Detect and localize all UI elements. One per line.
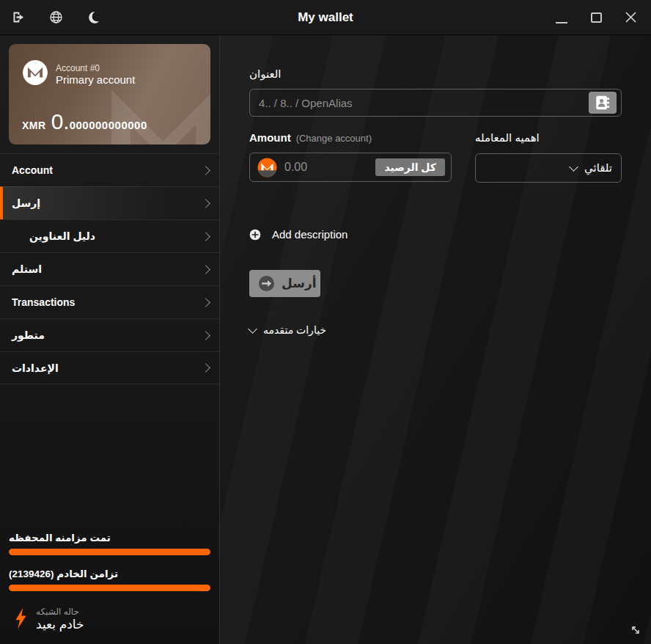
sidebar-item-settings[interactable]: الإعدادات — [0, 351, 219, 384]
address-book-button[interactable] — [589, 92, 617, 114]
sidebar-item-transactions[interactable]: Transactions — [0, 285, 219, 318]
priority-dropdown[interactable]: تلقائي — [475, 153, 622, 183]
balance-currency: XMR — [22, 120, 46, 131]
lightning-icon — [15, 607, 27, 632]
chevron-down-icon — [248, 324, 257, 334]
address-input[interactable] — [259, 97, 589, 109]
sidebar-item-advanced[interactable]: متطور — [0, 318, 219, 351]
account-balance: XMR 0. 000000000000 — [22, 109, 147, 134]
chevron-right-icon — [201, 232, 210, 241]
chevron-right-icon — [201, 298, 210, 307]
sidebar-item-send[interactable]: إرسل — [0, 186, 219, 219]
address-field — [249, 89, 622, 117]
all-balance-button[interactable]: كل الرصيد — [375, 158, 445, 176]
daemon-sync-label: تزامن الخادم (2139426) — [9, 568, 210, 579]
chevron-right-icon — [201, 363, 210, 373]
sidebar-item-address-book[interactable]: دليل العناوين — [0, 219, 219, 252]
priority-label: اهميه المعامله — [475, 131, 540, 144]
wallet-sync-label: تمت مزامنه المحفظه — [9, 532, 210, 544]
address-book-icon — [595, 95, 611, 111]
arrow-right-circle-icon — [258, 275, 275, 292]
amount-field: كل الرصيد — [249, 153, 452, 182]
sidebar: Account #0 Primary account XMR 0. 000000… — [0, 35, 220, 644]
daemon-sync-progress-bar — [9, 585, 210, 591]
monero-coin-icon — [257, 158, 277, 178]
sidebar-menu: Account إرسل دليل العناوين استلم Transac… — [0, 153, 219, 384]
add-description-button[interactable]: Add description — [249, 228, 347, 241]
chevron-right-icon — [201, 331, 210, 340]
account-number: Account #0 — [56, 63, 135, 73]
priority-value: تلقائي — [584, 161, 612, 175]
sync-status-panel: تمت مزامنه المحفظه تزامن الخادم (2139426… — [0, 532, 219, 644]
network-status[interactable]: حاله الشبكه خادم بعيد — [9, 604, 210, 637]
network-status-title: حاله الشبكه — [36, 607, 84, 617]
chevron-down-icon — [569, 162, 578, 172]
maximize-button[interactable] — [587, 7, 605, 28]
wallet-sync-progress-bar — [9, 549, 210, 555]
change-account-link[interactable]: (Change account) — [296, 133, 372, 144]
titlebar: My wallet — [0, 0, 651, 35]
sidebar-item-account[interactable]: Account — [0, 153, 219, 186]
logout-icon[interactable] — [10, 10, 26, 26]
balance-integer: 0. — [51, 109, 70, 134]
close-button[interactable] — [622, 7, 639, 28]
sidebar-item-receive[interactable]: استلم — [0, 252, 219, 285]
advanced-options-toggle[interactable]: خيارات متقدمه — [249, 324, 326, 336]
moon-icon[interactable] — [85, 10, 101, 26]
send-page: العنوان Amount (Change account) — [220, 35, 651, 644]
amount-input[interactable] — [284, 161, 368, 174]
minimize-button[interactable] — [553, 7, 570, 28]
account-name: Primary account — [56, 73, 135, 86]
account-card[interactable]: Account #0 Primary account XMR 0. 000000… — [9, 44, 210, 144]
chevron-right-icon — [201, 199, 210, 208]
plus-circle-icon — [249, 229, 261, 241]
network-status-value: خادم بعيد — [36, 617, 84, 632]
monero-logo-icon — [22, 59, 48, 89]
chevron-right-icon — [201, 166, 210, 175]
address-label: العنوان — [249, 67, 622, 81]
chevron-right-icon — [201, 265, 210, 274]
amount-label: Amount — [249, 131, 291, 144]
balance-fraction: 000000000000 — [70, 119, 147, 131]
globe-icon[interactable] — [48, 10, 64, 26]
resize-handle-icon[interactable] — [629, 623, 642, 640]
send-button[interactable]: أرسل — [249, 270, 320, 297]
